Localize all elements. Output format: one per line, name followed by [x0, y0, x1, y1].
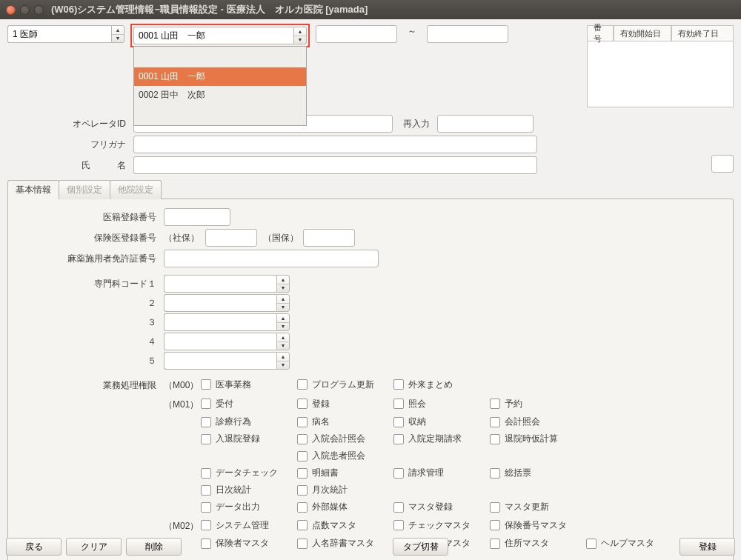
tabswitch-button[interactable]: タブ切替 — [393, 538, 448, 556]
role-input[interactable] — [7, 25, 111, 43]
valid-end-input[interactable] — [427, 25, 508, 43]
name-label: 氏 名 — [7, 159, 133, 172]
kokuho-label: （国保） — [263, 232, 299, 244]
chk-gairai[interactable] — [393, 379, 404, 390]
m00-label: （M00） — [164, 377, 201, 392]
chk-byomei[interactable] — [297, 417, 308, 427]
shaho-label: （社保） — [164, 232, 199, 244]
chk-nteiki[interactable] — [393, 434, 404, 444]
senmon2-spin[interactable]: ▲▼ — [164, 294, 290, 312]
chevron-down-icon[interactable]: ▼ — [112, 35, 124, 43]
tab-individual[interactable]: 個別設定 — [59, 180, 110, 199]
chk-iji[interactable] — [201, 379, 211, 390]
footer: 戻る クリア 削除 タブ切替 登録 — [6, 538, 735, 556]
col-num: 番号 — [587, 25, 614, 41]
m01-label: （M01） — [164, 396, 201, 411]
role-spinbox[interactable]: ▲▼ — [7, 25, 124, 43]
valid-start-input[interactable] — [316, 25, 397, 43]
chk-gaibu[interactable] — [297, 502, 308, 513]
chk-dataout[interactable] — [201, 502, 211, 513]
tab-other[interactable]: 他院設定 — [110, 180, 162, 199]
chk-prog[interactable] — [297, 379, 308, 390]
operator-id-label: オペレータID — [7, 118, 133, 130]
staff-combo-highlight: ▲▼ 0001 山田 一郎 0002 田中 次郎 — [130, 24, 310, 47]
maximize-icon[interactable] — [34, 5, 44, 15]
shaho-input[interactable] — [205, 229, 257, 247]
chk-kaikei[interactable] — [490, 417, 500, 427]
furigana-input[interactable] — [133, 136, 537, 153]
tilde-label: ～ — [403, 25, 421, 38]
hoken-label: 保険医登録番号 — [16, 232, 164, 244]
chk-nkaikei[interactable] — [297, 434, 308, 444]
col-start: 有効開始日 — [614, 25, 671, 41]
chk-nkanja[interactable] — [297, 451, 308, 461]
senmon4-label: ４ — [16, 336, 164, 348]
chevron-up-icon[interactable]: ▲ — [112, 26, 124, 35]
tab-basic[interactable]: 基本情報 — [7, 180, 59, 199]
window-title: (W06)システム管理情報−職員情報設定 - 医療法人 オルカ医院 [yamad… — [51, 3, 368, 16]
senmon2-label: ２ — [16, 297, 164, 310]
gyomu-label: 業務処理権限 — [16, 377, 164, 554]
furigana-label: フリガナ — [7, 139, 133, 151]
register-button[interactable]: 登録 — [679, 538, 735, 556]
mayaku-label: 麻薬施用者免許証番号 — [16, 253, 164, 265]
chk-taiin[interactable] — [490, 434, 500, 444]
chk-tensu[interactable] — [297, 520, 308, 530]
dropdown-item[interactable]: 0001 山田 一郎 — [134, 67, 306, 86]
senmon5-label: ５ — [16, 355, 164, 367]
iseki-label: 医籍登録番号 — [16, 211, 164, 224]
chk-yoyaku[interactable] — [490, 399, 500, 409]
back-button[interactable]: 戻る — [6, 538, 62, 556]
close-icon[interactable] — [6, 5, 16, 15]
chevron-down-icon[interactable]: ▼ — [294, 36, 306, 44]
titlebar: (W06)システム管理情報−職員情報設定 - 医療法人 オルカ医院 [yamad… — [0, 0, 741, 19]
chk-check[interactable] — [393, 520, 404, 530]
reentry-label: 再入力 — [393, 118, 437, 130]
chk-nichiji[interactable] — [201, 485, 211, 496]
chk-hokennum[interactable] — [490, 520, 500, 530]
chk-sysadmin[interactable] — [201, 520, 211, 530]
senmon4-spin[interactable]: ▲▼ — [164, 333, 290, 350]
mayaku-input[interactable] — [164, 250, 379, 267]
staff-dropdown[interactable]: 0001 山田 一郎 0002 田中 次郎 — [133, 46, 307, 126]
m02-label: （M02） — [164, 518, 201, 533]
kokuho-input[interactable] — [303, 229, 355, 247]
col-end: 有効終了日 — [671, 25, 734, 41]
chevron-up-icon[interactable]: ▲ — [294, 27, 306, 36]
chk-nyutai[interactable] — [201, 434, 211, 444]
basic-panel: 医籍登録番号 保険医登録番号 （社保） （国保） 麻薬施用者免許証番号 専門科コ… — [7, 199, 734, 560]
delete-button[interactable]: 削除 — [126, 538, 182, 556]
clear-button[interactable]: クリア — [66, 538, 122, 556]
chk-sokatsu[interactable] — [490, 468, 500, 479]
chk-getsuji[interactable] — [297, 485, 308, 496]
chk-shinryo[interactable] — [201, 417, 211, 427]
chk-shokai[interactable] — [393, 399, 404, 409]
name-input[interactable] — [133, 156, 537, 174]
minimize-icon[interactable] — [20, 5, 30, 15]
senmon1-label: 専門科コード１ — [16, 278, 164, 290]
senmon1-spin[interactable]: ▲▼ — [164, 275, 290, 293]
reentry-input[interactable] — [437, 115, 534, 133]
chk-uketsuke[interactable] — [201, 399, 211, 409]
chk-meisai[interactable] — [297, 468, 308, 479]
chk-toroku[interactable] — [297, 399, 308, 409]
senmon3-spin[interactable]: ▲▼ — [164, 313, 290, 331]
small-box[interactable] — [711, 155, 734, 173]
staff-combo-input[interactable] — [133, 27, 293, 44]
chk-shuno[interactable] — [393, 417, 404, 427]
chk-mtoroku[interactable] — [393, 502, 404, 513]
validity-list[interactable] — [587, 41, 734, 107]
dropdown-item[interactable]: 0002 田中 次郎 — [134, 86, 306, 104]
chk-seikyu[interactable] — [393, 468, 404, 479]
senmon5-spin[interactable]: ▲▼ — [164, 352, 290, 370]
senmon3-label: ３ — [16, 316, 164, 329]
chk-mkoshin[interactable] — [490, 502, 500, 513]
chk-datacheck[interactable] — [201, 468, 211, 479]
iseki-input[interactable] — [164, 208, 230, 226]
